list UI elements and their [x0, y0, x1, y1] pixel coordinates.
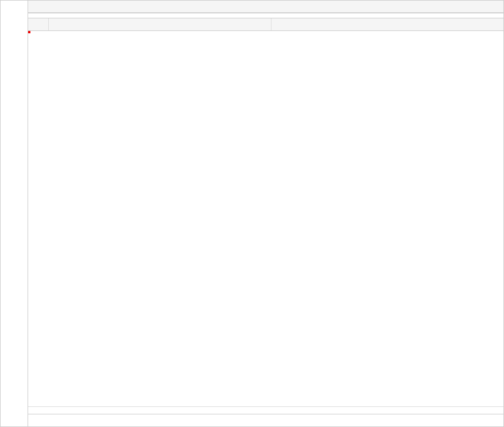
hint-footer — [28, 406, 503, 414]
app-window — [0, 0, 504, 427]
highlight-box — [28, 31, 30, 33]
bottom-tab-strip — [28, 414, 503, 426]
sub-tab-strip — [28, 13, 503, 18]
left-dock-panel — [1, 1, 28, 426]
header-name — [49, 18, 272, 30]
top-tab-strip — [28, 1, 503, 13]
grid-header — [28, 18, 503, 31]
main-panel — [28, 1, 503, 426]
settings-grid — [28, 18, 503, 406]
header-rownum — [28, 18, 49, 30]
header-value — [272, 18, 503, 30]
